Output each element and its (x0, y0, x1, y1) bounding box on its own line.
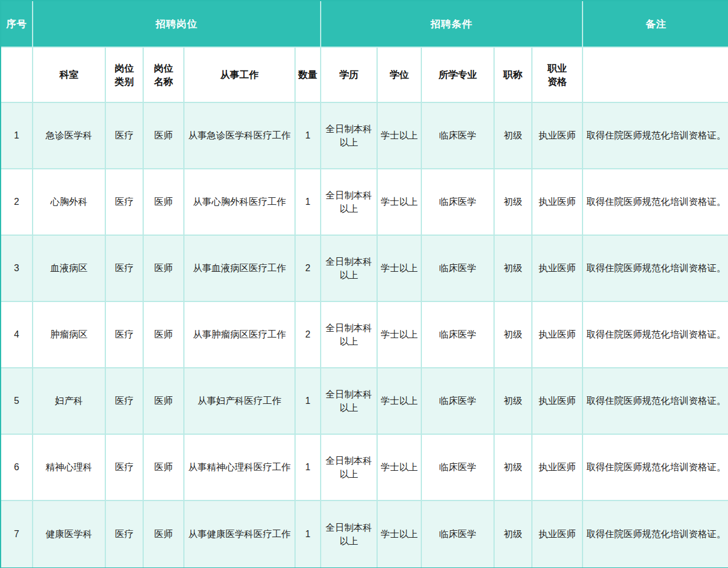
cell-major: 临床医学 (422, 435, 495, 501)
cell-remark: 取得住院医师规范化培训资格证。 (583, 368, 728, 435)
col-header-post-category: 岗位类别 (106, 48, 144, 103)
cell-cert: 执业医师 (532, 368, 583, 435)
cell-rank: 初级 (495, 236, 532, 302)
cell-edu: 全日制本科以上 (321, 302, 378, 368)
cell-dept: 精神心理科 (33, 435, 106, 501)
cell-count: 1 (296, 169, 321, 236)
cell-edu: 全日制本科以上 (321, 435, 378, 501)
cell-rank: 初级 (495, 302, 532, 368)
cell-work: 从事健康医学科医疗工作 (184, 501, 296, 567)
education-text: 全日制本科以上 (324, 321, 374, 348)
cell-remark: 取得住院医师规范化培训资格证。 (583, 169, 728, 236)
table-row: 6精神心理科医疗医师从事精神心理科医疗工作1全日制本科以上学士以上临床医学初级执… (1, 435, 728, 501)
cell-work: 从事肿瘤病区医疗工作 (184, 302, 296, 368)
col-header-education: 学历 (321, 48, 378, 103)
cell-title: 医师 (144, 368, 184, 435)
cell-cert: 执业医师 (532, 435, 583, 501)
cell-work: 从事急诊医学科医疗工作 (184, 103, 296, 169)
table-row: 3血液病区医疗医师从事血液病区医疗工作2全日制本科以上学士以上临床医学初级执业医… (1, 236, 728, 302)
cell-no: 5 (1, 368, 33, 435)
cell-rank: 初级 (495, 368, 532, 435)
cell-edu: 全日制本科以上 (321, 501, 378, 567)
cell-no: 6 (1, 435, 33, 501)
recruitment-table: 序号 招聘岗位 招聘条件 备注 科室 岗位类别 岗位名称 从事工作 数量 学历 … (0, 0, 728, 568)
table-row: 5妇产科医疗医师从事妇产科医疗工作1全日制本科以上学士以上临床医学初级执业医师取… (1, 368, 728, 435)
col-header-work: 从事工作 (184, 48, 296, 103)
col-header-rank: 职称 (495, 48, 532, 103)
cell-category: 医疗 (106, 501, 144, 567)
header-group-conditions: 招聘条件 (321, 1, 583, 48)
cell-remark: 取得住院医师规范化培训资格证。 (583, 103, 728, 169)
cell-dept: 血液病区 (33, 236, 106, 302)
cell-no: 2 (1, 169, 33, 236)
col-header-degree: 学位 (378, 48, 422, 103)
col-header-major: 所学专业 (422, 48, 495, 103)
cell-major: 临床医学 (422, 501, 495, 567)
col-header-department: 科室 (33, 48, 106, 103)
cell-degree: 学士以上 (378, 169, 422, 236)
cell-major: 临床医学 (422, 169, 495, 236)
cell-count: 1 (296, 103, 321, 169)
cell-no: 4 (1, 302, 33, 368)
col-header-qualification: 职业资格 (532, 48, 583, 103)
cell-dept: 心胸外科 (33, 169, 106, 236)
cell-degree: 学士以上 (378, 368, 422, 435)
cell-category: 医疗 (106, 435, 144, 501)
cell-cert: 执业医师 (532, 501, 583, 567)
cell-count: 2 (296, 302, 321, 368)
cell-dept: 肿瘤病区 (33, 302, 106, 368)
cell-degree: 学士以上 (378, 435, 422, 501)
cell-category: 医疗 (106, 236, 144, 302)
col-header-empty-left (1, 48, 33, 103)
cell-degree: 学士以上 (378, 302, 422, 368)
cell-edu: 全日制本科以上 (321, 103, 378, 169)
cell-title: 医师 (144, 169, 184, 236)
cell-remark: 取得住院医师规范化培训资格证。 (583, 501, 728, 567)
education-text: 全日制本科以上 (324, 454, 374, 481)
cell-work: 从事心胸外科医疗工作 (184, 169, 296, 236)
table-row: 4肿瘤病区医疗医师从事肿瘤病区医疗工作2全日制本科以上学士以上临床医学初级执业医… (1, 302, 728, 368)
col-header-post-name: 岗位名称 (144, 48, 184, 103)
col-header-count: 数量 (296, 48, 321, 103)
cell-category: 医疗 (106, 368, 144, 435)
cell-edu: 全日制本科以上 (321, 236, 378, 302)
cell-major: 临床医学 (422, 236, 495, 302)
table-row: 2心胸外科医疗医师从事心胸外科医疗工作1全日制本科以上学士以上临床医学初级执业医… (1, 169, 728, 236)
cell-no: 7 (1, 501, 33, 567)
col-header-empty-right (583, 48, 728, 103)
cell-title: 医师 (144, 435, 184, 501)
cell-category: 医疗 (106, 302, 144, 368)
education-text: 全日制本科以上 (324, 255, 374, 282)
cell-major: 临床医学 (422, 302, 495, 368)
cell-no: 3 (1, 236, 33, 302)
education-text: 全日制本科以上 (324, 189, 374, 215)
header-group-row: 序号 招聘岗位 招聘条件 备注 (1, 1, 728, 48)
cell-degree: 学士以上 (378, 501, 422, 567)
cell-rank: 初级 (495, 435, 532, 501)
cell-title: 医师 (144, 103, 184, 169)
cell-cert: 执业医师 (532, 103, 583, 169)
table-header: 序号 招聘岗位 招聘条件 备注 科室 岗位类别 岗位名称 从事工作 数量 学历 … (1, 1, 728, 103)
cell-rank: 初级 (495, 501, 532, 567)
cell-work: 从事血液病区医疗工作 (184, 236, 296, 302)
cell-dept: 健康医学科 (33, 501, 106, 567)
table-row: 1急诊医学科医疗医师从事急诊医学科医疗工作1全日制本科以上学士以上临床医学初级执… (1, 103, 728, 169)
cell-degree: 学士以上 (378, 103, 422, 169)
table-row: 7健康医学科医疗医师从事健康医学科医疗工作1全日制本科以上学士以上临床医学初级执… (1, 501, 728, 567)
cell-title: 医师 (144, 302, 184, 368)
cell-cert: 执业医师 (532, 169, 583, 236)
table-body: 1急诊医学科医疗医师从事急诊医学科医疗工作1全日制本科以上学士以上临床医学初级执… (1, 103, 728, 567)
cell-edu: 全日制本科以上 (321, 368, 378, 435)
education-text: 全日制本科以上 (324, 122, 374, 149)
education-text: 全日制本科以上 (324, 388, 374, 414)
cell-remark: 取得住院医师规范化培训资格证。 (583, 236, 728, 302)
cell-work: 从事妇产科医疗工作 (184, 368, 296, 435)
cell-degree: 学士以上 (378, 236, 422, 302)
cell-edu: 全日制本科以上 (321, 169, 378, 236)
cell-rank: 初级 (495, 169, 532, 236)
cell-category: 医疗 (106, 103, 144, 169)
cell-count: 2 (296, 236, 321, 302)
cell-dept: 妇产科 (33, 368, 106, 435)
cell-cert: 执业医师 (532, 236, 583, 302)
cell-cert: 执业医师 (532, 302, 583, 368)
